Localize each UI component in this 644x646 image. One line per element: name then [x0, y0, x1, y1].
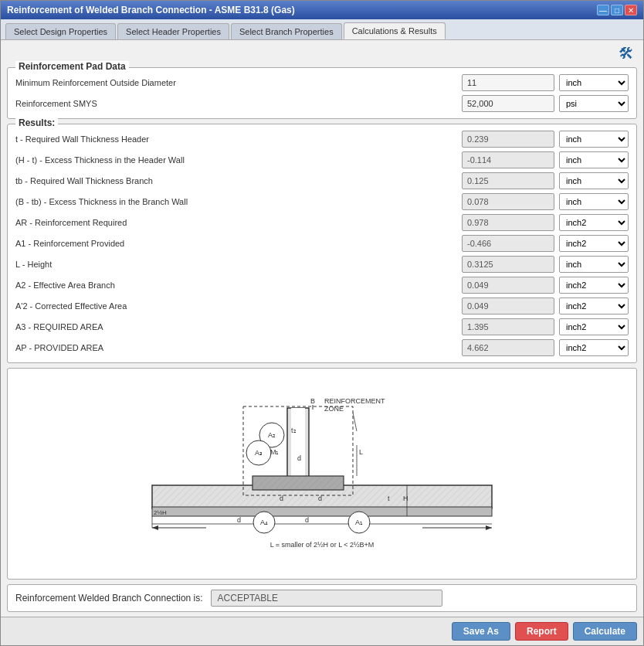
result-row-6: L - Heightinch: [15, 256, 629, 273]
result-unit-select-2[interactable]: inch: [559, 172, 629, 189]
window-title: Reinforcement of Welded Branch Connectio…: [7, 5, 295, 15]
tab-bar: Select Design Properties Select Header P…: [1, 19, 643, 40]
result-label-10: AP - PROVIDED AREA: [15, 343, 462, 352]
result-row-5: A1 - Reinforcement Providedinch2: [15, 235, 629, 252]
svg-text:L = smaller of 2½H or L < 2½B+: L = smaller of 2½H or L < 2½B+M: [270, 541, 375, 549]
result-input-3: [462, 193, 554, 210]
tab-header-properties[interactable]: Select Header Properties: [117, 23, 229, 39]
result-row-1: (H - t) - Excess Thickness in the Header…: [15, 151, 629, 168]
status-label: Reinforcement Welded Branch Connection i…: [15, 593, 203, 604]
result-unit-wrap-2: inch: [559, 172, 629, 189]
svg-text:d: d: [305, 516, 309, 524]
svg-line-13: [353, 413, 357, 431]
result-unit-select-10[interactable]: inch2: [559, 339, 629, 356]
result-unit-wrap-6: inch: [559, 256, 629, 273]
svg-text:d: d: [280, 495, 283, 502]
result-unit-wrap-7: inch2: [559, 277, 629, 294]
result-label-2: tb - Required Wall Thickness Branch: [15, 176, 462, 185]
pad-field-input-1[interactable]: [462, 95, 554, 112]
result-input-1: [462, 151, 554, 168]
bottom-bar: Save As Report Calculate: [1, 617, 643, 645]
result-input-2: [462, 172, 554, 189]
info-icon-area: 🛠: [7, 45, 637, 63]
pad-unit-select-0[interactable]: inch mm: [559, 74, 629, 91]
result-row-4: AR - Reinforcement Requiredinch2: [15, 214, 629, 231]
svg-text:t₂: t₂: [291, 427, 297, 434]
svg-text:d: d: [297, 454, 301, 462]
result-label-5: A1 - Reinforcement Provided: [15, 239, 462, 248]
calculate-button[interactable]: Calculate: [573, 622, 637, 641]
svg-text:A₁: A₁: [355, 518, 363, 526]
result-row-10: AP - PROVIDED AREAinch2: [15, 339, 629, 356]
report-button[interactable]: Report: [515, 622, 568, 641]
result-input-0: [462, 131, 554, 148]
results-rows: t - Required Wall Thickness Headerinch(H…: [15, 131, 629, 356]
save-as-button[interactable]: Save As: [452, 622, 510, 641]
status-value: ACCEPTABLE: [211, 590, 442, 607]
tab-design-properties[interactable]: Select Design Properties: [5, 23, 116, 39]
pad-field-row-1: Reinforcement SMYS psi MPa: [15, 95, 629, 112]
pad-unit-wrap-1: psi MPa: [559, 95, 629, 112]
minimize-button[interactable]: —: [597, 5, 609, 15]
maximize-button[interactable]: □: [611, 5, 623, 15]
pad-data-group: Reinforcement Pad Data Minimum Reinforce…: [7, 67, 637, 119]
title-bar: Reinforcement of Welded Branch Connectio…: [1, 1, 643, 19]
svg-text:A₄: A₄: [260, 518, 268, 526]
pad-field-label-1: Reinforcement SMYS: [15, 99, 462, 108]
result-unit-wrap-3: inch: [559, 193, 629, 210]
results-label: Results:: [15, 117, 58, 128]
status-row: Reinforcement Welded Branch Connection i…: [7, 584, 637, 612]
result-label-9: A3 - REQUIRED AREA: [15, 322, 462, 332]
tab-calculations-results[interactable]: Calculations & Results: [344, 22, 446, 39]
result-input-4: [462, 214, 554, 231]
svg-rect-7: [253, 476, 344, 490]
result-row-8: A'2 - Corrected Effective Areainch2: [15, 298, 629, 314]
pad-unit-wrap-0: inch mm: [559, 74, 629, 91]
result-unit-wrap-10: inch2: [559, 339, 629, 356]
result-unit-select-9[interactable]: inch2: [559, 318, 629, 335]
tab-branch-properties[interactable]: Select Branch Properties: [231, 23, 342, 39]
result-label-3: (B - tb) - Excess Thickness in the Branc…: [15, 197, 462, 206]
result-row-2: tb - Required Wall Thickness Branchinch: [15, 172, 629, 189]
pad-field-label-0: Minimum Reinforcement Outside Diameter: [15, 78, 462, 87]
pad-unit-select-1[interactable]: psi MPa: [559, 95, 629, 112]
result-unit-wrap-0: inch: [559, 131, 629, 148]
result-unit-select-8[interactable]: inch2: [559, 298, 629, 314]
result-unit-select-1[interactable]: inch: [559, 151, 629, 168]
svg-text:d: d: [318, 495, 322, 502]
result-label-1: (H - t) - Excess Thickness in the Header…: [15, 155, 462, 165]
svg-text:d: d: [237, 516, 241, 524]
result-label-4: AR - Reinforcement Required: [15, 218, 462, 227]
result-unit-select-5[interactable]: inch2: [559, 235, 629, 252]
result-row-0: t - Required Wall Thickness Headerinch: [15, 131, 629, 148]
diagram-svg: B REINFORCEMENT ZONE A₂ t₂ A₃ M₁: [129, 393, 515, 555]
result-unit-select-0[interactable]: inch: [559, 131, 629, 148]
svg-text:REINFORCEMENT: REINFORCEMENT: [324, 397, 385, 405]
svg-text:A₃: A₃: [255, 449, 263, 457]
close-button[interactable]: ✕: [625, 5, 637, 15]
result-input-7: [462, 277, 554, 294]
pad-field-input-0[interactable]: [462, 74, 554, 91]
result-unit-wrap-9: inch2: [559, 318, 629, 335]
result-unit-wrap-1: inch: [559, 151, 629, 168]
result-unit-select-6[interactable]: inch: [559, 256, 629, 273]
info-icon: 🛠: [619, 45, 634, 62]
svg-text:A₂: A₂: [268, 431, 276, 439]
pad-data-label: Reinforcement Pad Data: [15, 61, 129, 72]
result-row-9: A3 - REQUIRED AREAinch2: [15, 318, 629, 335]
result-label-6: L - Height: [15, 260, 462, 269]
result-row-3: (B - tb) - Excess Thickness in the Branc…: [15, 193, 629, 210]
result-unit-wrap-4: inch2: [559, 214, 629, 231]
svg-text:H: H: [403, 495, 408, 502]
content-area: 🛠 Reinforcement Pad Data Minimum Reinfor…: [1, 40, 643, 617]
result-input-10: [462, 339, 554, 356]
result-input-5: [462, 235, 554, 252]
svg-text:B: B: [310, 397, 315, 405]
result-unit-select-7[interactable]: inch2: [559, 277, 629, 294]
result-unit-select-3[interactable]: inch: [559, 193, 629, 210]
svg-marker-34: [486, 525, 492, 530]
result-input-9: [462, 318, 554, 335]
result-unit-select-4[interactable]: inch2: [559, 214, 629, 231]
svg-text:2½H: 2½H: [154, 509, 167, 516]
result-input-8: [462, 298, 554, 314]
